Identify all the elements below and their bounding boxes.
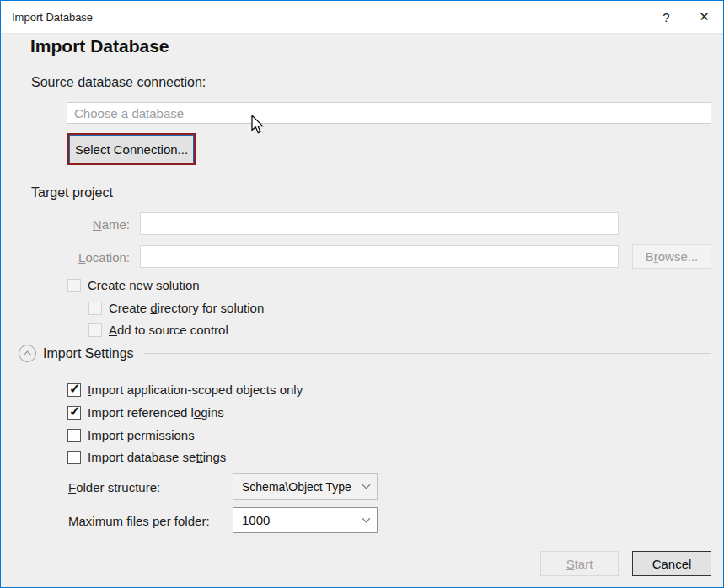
max-files-select[interactable]: 1000 [233,507,378,533]
location-label: Location: [31,250,130,265]
selected-value: Schema\Object Type [242,480,351,494]
database-input[interactable] [67,102,711,124]
checkbox-box: ✓ [67,279,81,292]
checkbox-label: Import referenced logins [88,405,224,420]
checkbox-label: Create directory for solution [109,301,264,315]
checkbox-box[interactable]: ✓ [67,451,81,464]
source-connection-label: Source database connection: [31,75,206,90]
chevron-down-icon [362,515,371,523]
name-field [140,212,619,235]
location-field [140,245,619,268]
window-title: Import Database [1,11,647,24]
checkbox-box[interactable]: ✓ [67,429,81,442]
checkbox-label: Import application-scoped objects only [88,382,303,397]
checkmark-icon: ✓ [69,381,80,397]
close-icon: ✕ [699,9,710,24]
collapse-toggle-button[interactable] [19,345,36,362]
create-directory-checkbox: ✓ Create directory for solution [88,301,264,315]
start-button: Start [540,551,619,576]
name-label: Name: [31,217,130,232]
checkbox-label: Import permissions [88,428,195,442]
checkbox-label: Create new solution [88,278,200,292]
selected-value: 1000 [242,513,270,527]
folder-structure-label: Folder structure: [68,480,160,494]
cancel-button[interactable]: Cancel [632,551,711,576]
import-database-dialog: Import Database ? ✕ Import Database Sour… [0,0,724,588]
checkbox-box: ✓ [88,302,102,315]
import-app-scoped-checkbox[interactable]: ✓ Import application-scoped objects only [67,382,303,397]
page-title: Import Database [30,36,169,56]
import-database-settings-checkbox[interactable]: ✓ Import database settings [67,450,226,464]
checkbox-label: Add to source control [109,323,228,337]
checkbox-box: ✓ [88,323,102,337]
create-new-solution-checkbox: ✓ Create new solution [67,278,200,292]
max-files-label: Maximum files per folder: [68,514,210,528]
import-settings-header: Import Settings [19,345,711,362]
target-project-heading: Target project [31,185,113,200]
browse-button: Browse... [632,244,711,269]
select-connection-button[interactable]: Select Connection... [67,133,196,165]
checkbox-label: Import database settings [88,450,226,464]
checkbox-box[interactable]: ✓ [67,383,81,397]
checkbox-box[interactable]: ✓ [67,406,81,420]
chevron-down-icon [362,481,371,489]
titlebar: Import Database ? ✕ [1,1,723,34]
help-icon: ? [662,10,669,24]
chevron-up-icon [24,351,32,360]
import-permissions-checkbox[interactable]: ✓ Import permissions [67,428,195,442]
add-source-control-checkbox: ✓ Add to source control [88,323,228,337]
help-button[interactable]: ? [647,1,685,33]
import-referenced-logins-checkbox[interactable]: ✓ Import referenced logins [67,405,224,420]
close-button[interactable]: ✕ [685,1,723,33]
folder-structure-select[interactable]: Schema\Object Type [233,473,378,500]
checkmark-icon: ✓ [69,404,80,420]
import-settings-title: Import Settings [43,346,134,361]
divider [144,353,711,354]
